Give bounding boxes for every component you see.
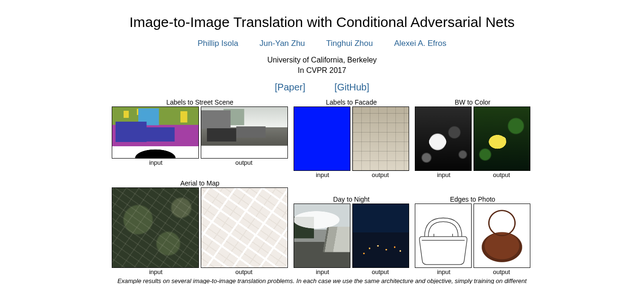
example-input-image — [112, 187, 199, 268]
input-label: input — [294, 171, 351, 178]
example-output-image — [201, 106, 288, 159]
example-aerial-to-map: Aerial to Map input output — [112, 179, 288, 275]
example-title: Day to Night — [333, 195, 369, 203]
example-facade: Labels to Facade input output — [294, 98, 409, 178]
author-link[interactable]: Tinghui Zhou — [326, 39, 373, 48]
example-output-image — [352, 106, 409, 171]
output-label: output — [351, 171, 409, 178]
example-title: Edges to Photo — [450, 195, 495, 203]
input-label: input — [294, 268, 351, 275]
example-title: Aerial to Map — [180, 179, 219, 187]
author-link[interactable]: Phillip Isola — [197, 39, 238, 48]
affiliation-block: University of California, Berkeley In CV… — [0, 55, 644, 75]
example-title: Labels to Street Scene — [166, 98, 233, 106]
example-output-image — [474, 204, 530, 268]
author-link[interactable]: Alexei A. Efros — [394, 39, 447, 48]
output-label: output — [200, 159, 288, 166]
example-title: BW to Color — [455, 98, 490, 106]
author-link[interactable]: Jun-Yan Zhu — [259, 39, 305, 48]
example-input-image — [415, 204, 472, 268]
example-output-image — [474, 106, 530, 171]
output-label: output — [473, 171, 530, 178]
example-input-image — [112, 106, 199, 159]
resource-links: [Paper] [GitHub] — [0, 82, 644, 93]
output-label: output — [200, 268, 288, 275]
github-link[interactable]: [GitHub] — [334, 82, 369, 92]
input-label: input — [415, 268, 473, 275]
project-page: Image-to-Image Translation with Conditio… — [0, 0, 644, 284]
example-input-image — [415, 106, 472, 171]
input-label: input — [112, 159, 200, 166]
output-label: output — [473, 268, 530, 275]
example-input-image — [294, 106, 350, 171]
teaser-caption: Example results on several image-to-imag… — [112, 277, 532, 284]
input-label: input — [415, 171, 473, 178]
example-title: Labels to Facade — [326, 98, 376, 106]
paper-link[interactable]: [Paper] — [275, 82, 305, 92]
teaser-gallery: Labels to Street Scene input output Labe… — [112, 98, 532, 284]
example-bw-to-color: BW to Color input output — [415, 98, 530, 178]
handbag-sketch-icon — [415, 204, 471, 267]
example-street: Labels to Street Scene input output — [112, 98, 288, 178]
page-title: Image-to-Image Translation with Conditio… — [0, 14, 644, 30]
example-output-image — [352, 204, 409, 268]
example-output-image — [201, 187, 288, 268]
input-label: input — [112, 268, 200, 275]
example-input-image — [294, 204, 350, 268]
example-edges-to-photo: Edges to Photo — [415, 195, 530, 275]
author-list: Phillip Isola Jun-Yan Zhu Tinghui Zhou A… — [0, 39, 644, 48]
example-day-to-night: Day to Night input output — [294, 195, 409, 275]
output-label: output — [351, 268, 409, 275]
venue: In CVPR 2017 — [0, 65, 644, 76]
affiliation: University of California, Berkeley — [0, 55, 644, 65]
